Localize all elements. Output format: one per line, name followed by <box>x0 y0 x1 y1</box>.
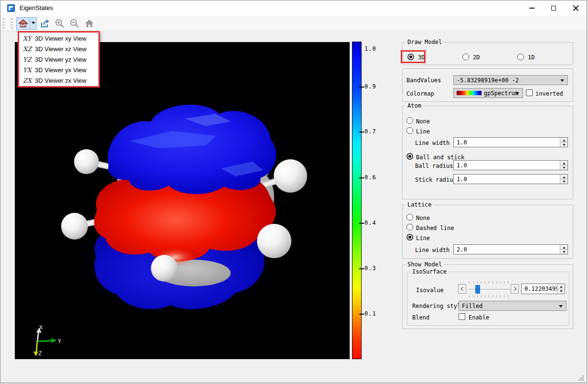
viewport-3d[interactable]: X Y Z <box>15 42 350 359</box>
isovalue-slider[interactable] <box>469 281 510 297</box>
rendering-style-combobox[interactable]: Filled <box>459 301 567 311</box>
bandvalues-combobox[interactable]: -5.83298919e+00 -2 <box>453 75 568 85</box>
blend-enable-label: Enable <box>469 314 489 321</box>
group-title: Lattice <box>406 201 434 208</box>
stick-radius-label: Stick radius <box>415 176 457 183</box>
lattice-dashed-radio[interactable] <box>406 224 413 230</box>
toolbar-grip[interactable] <box>3 18 4 29</box>
isovalue-step-left-button[interactable] <box>458 284 466 294</box>
inverted-label: inverted <box>535 90 563 97</box>
menu-item-label: 3D Viewer xz View <box>35 45 86 53</box>
colorbar-tick: 0.9 <box>364 83 376 91</box>
ball-and-stick-radio[interactable] <box>406 153 413 160</box>
ball-radius-label: Ball radius <box>415 163 453 169</box>
radio-3d[interactable] <box>407 54 414 60</box>
blend-label: Blend <box>412 314 429 321</box>
axis-z-label: Z <box>38 350 42 357</box>
group-title: Atom <box>406 102 423 109</box>
spin-down-button[interactable] <box>557 289 565 294</box>
colorbar-tick: 0.6 <box>364 174 376 182</box>
menu-item-label: 3D Viewer zx View <box>35 77 86 84</box>
lattice-line-width-input[interactable]: 2.0 <box>453 244 568 254</box>
rendering-style-value: Filled <box>462 303 482 309</box>
colormap-label: Colormap <box>406 90 434 97</box>
menu-item-xz-view[interactable]: XZ 3D Viewer xz View <box>19 44 98 54</box>
colormap-gradient-swatch <box>457 91 481 95</box>
slider-groove <box>469 289 510 290</box>
radio-2d[interactable] <box>462 54 469 60</box>
spin-up-button[interactable] <box>560 245 567 249</box>
menu-item-yz-view[interactable]: YZ 3D Viewer yz View <box>19 54 98 65</box>
atom-none-radio[interactable] <box>406 117 413 124</box>
spin-up-button[interactable] <box>560 175 567 179</box>
menu-item-xy-view[interactable]: XY 3D Viewer xy View <box>19 33 98 44</box>
isovalue-input[interactable]: 0.12203499 <box>521 284 565 294</box>
group-title: Show Model <box>406 261 444 268</box>
colorbar-tick: 0.4 <box>364 219 376 227</box>
spin-up-button[interactable] <box>557 284 565 289</box>
inverted-checkbox[interactable] <box>526 89 533 96</box>
colormap-combobox[interactable]: gpSpectrum <box>453 88 523 98</box>
colorbar-tick: 1.0 <box>364 45 376 53</box>
minimize-button[interactable] <box>521 0 543 15</box>
menu-item-label: 3D Viewer yz View <box>35 56 86 63</box>
show-model-group: Show Model IsoSurface Isovalue 0.1220349… <box>402 264 573 329</box>
line-width-input[interactable]: 1.0 <box>453 137 568 147</box>
chevron-left-icon <box>461 287 465 291</box>
stick-radius-input[interactable]: 1.0 <box>453 174 568 184</box>
radio-3d-label: 3D <box>418 54 425 61</box>
app-logo-icon <box>7 4 15 12</box>
reset-view-button[interactable] <box>84 18 95 29</box>
lattice-group: Lattice None Dashed line Line Line width… <box>402 205 573 259</box>
house-red-icon[interactable] <box>17 18 30 29</box>
stick-radius-value: 1.0 <box>457 176 467 183</box>
resize-grip[interactable] <box>578 375 584 381</box>
zoom-in-button[interactable] <box>54 18 65 29</box>
menu-item-yx-view[interactable]: YX 3D Viewer yx View <box>19 65 98 75</box>
colorbar <box>352 42 362 359</box>
ball-radius-value: 1.0 <box>457 162 467 169</box>
atom-line-radio[interactable] <box>406 127 413 134</box>
blend-enable-checkbox[interactable] <box>459 313 465 320</box>
app-window: EigenStates <box>0 0 587 383</box>
maximize-icon <box>551 6 556 11</box>
spin-down-button[interactable] <box>560 165 567 170</box>
spin-up-button[interactable] <box>560 138 567 142</box>
lattice-line-radio[interactable] <box>406 234 413 241</box>
menu-shortcut: XZ <box>23 45 35 53</box>
spin-down-button[interactable] <box>560 142 567 147</box>
line-width-label: Line width <box>415 140 449 146</box>
spin-up-button[interactable] <box>560 161 567 165</box>
radio-1d-label: 1D <box>528 54 535 61</box>
slider-handle[interactable] <box>475 285 480 294</box>
export-button[interactable] <box>40 18 50 29</box>
ball-and-stick-label: Ball and stick <box>416 154 464 161</box>
view-home-dropdown-arrow[interactable] <box>30 18 36 29</box>
lattice-line-label: Line <box>416 235 430 241</box>
toolbar <box>0 16 587 31</box>
view-home-button[interactable] <box>16 17 37 30</box>
zoom-out-button[interactable] <box>69 18 80 29</box>
titlebar: EigenStates <box>0 0 587 16</box>
maximize-button[interactable] <box>543 0 565 15</box>
radio-1d[interactable] <box>517 54 524 60</box>
spin-down-button[interactable] <box>560 179 567 184</box>
isovalue-label: Isovalue <box>416 287 444 294</box>
menu-item-zx-view[interactable]: ZX 3D Viewer zx View <box>19 75 98 86</box>
lattice-none-radio[interactable] <box>406 214 413 220</box>
spin-down-button[interactable] <box>560 249 567 254</box>
menu-shortcut: ZX <box>23 77 35 84</box>
menu-item-label: 3D Viewer xy View <box>35 35 86 42</box>
draw-model-group: Draw Model 3D 2D 1D <box>402 42 573 65</box>
menu-item-label: 3D Viewer yx View <box>35 66 86 74</box>
atom-line-label: Line <box>416 128 430 135</box>
isovalue-step-right-button[interactable] <box>511 284 519 294</box>
ball-radius-input[interactable]: 1.0 <box>453 160 568 170</box>
rendering-style-label: Rendering style <box>412 303 464 309</box>
window-title: EigenStates <box>20 0 53 16</box>
close-button[interactable] <box>565 0 587 15</box>
bandvalues-value: -5.83298919e+00 -2 <box>457 77 519 84</box>
group-title: Draw Model <box>406 39 444 45</box>
colorbar-tick: 0.7 <box>364 128 376 136</box>
toolbar-grip[interactable] <box>11 18 12 29</box>
